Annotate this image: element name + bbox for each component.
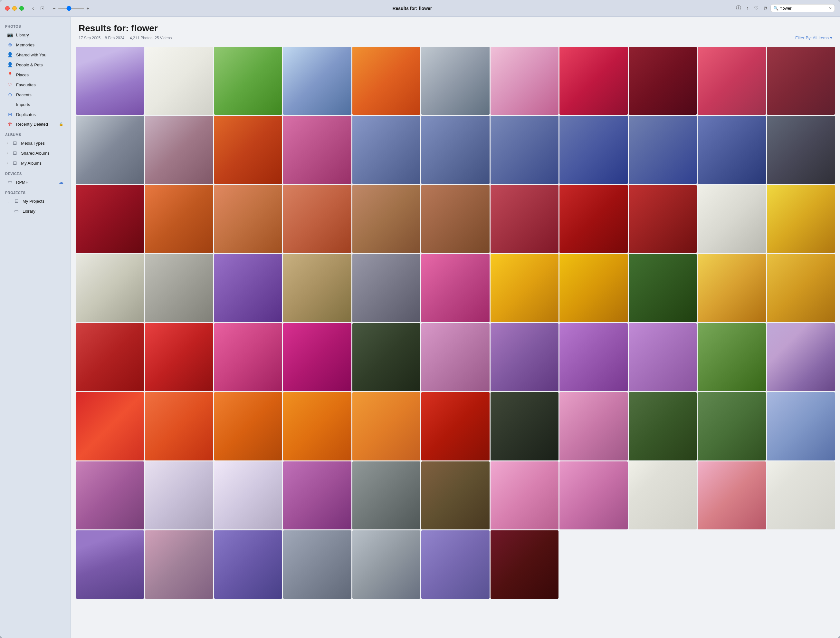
share-button[interactable]: ↑: [744, 4, 751, 13]
photo-item[interactable]: [698, 116, 766, 184]
photo-item[interactable]: [352, 392, 420, 460]
photo-item[interactable]: [214, 392, 282, 460]
sidebar-item-library-project[interactable]: ▭ Library: [2, 206, 69, 216]
sidebar-item-rpmh[interactable]: ▭ RPMH ☁: [2, 177, 69, 187]
photo-item[interactable]: [559, 461, 627, 529]
photo-item[interactable]: [559, 47, 627, 115]
sidebar-item-duplicates[interactable]: ⊞ Duplicates: [2, 109, 69, 119]
photo-item[interactable]: [559, 392, 627, 460]
photo-item[interactable]: [698, 254, 766, 322]
photo-item[interactable]: [214, 530, 282, 598]
photo-item[interactable]: [76, 530, 144, 598]
sidebar-item-recently-deleted[interactable]: 🗑 Recently Deleted 🔒: [2, 120, 69, 129]
photo-item[interactable]: [283, 185, 351, 253]
zoom-in-button[interactable]: +: [85, 5, 90, 12]
info-button[interactable]: ⓘ: [734, 3, 743, 13]
filter-button[interactable]: Filter By: All Items ▾: [795, 35, 832, 40]
photo-item[interactable]: [629, 47, 697, 115]
photo-item[interactable]: [352, 461, 420, 529]
photo-item[interactable]: [76, 116, 144, 184]
photo-item[interactable]: [283, 323, 351, 391]
photo-item[interactable]: [214, 254, 282, 322]
photo-item[interactable]: [629, 185, 697, 253]
photo-item[interactable]: [145, 530, 213, 598]
photo-item[interactable]: [698, 323, 766, 391]
photo-item[interactable]: [145, 47, 213, 115]
photo-item[interactable]: [559, 323, 627, 391]
photo-item[interactable]: [767, 323, 835, 391]
photo-item[interactable]: [352, 254, 420, 322]
photo-item[interactable]: [767, 392, 835, 460]
photo-item[interactable]: [76, 47, 144, 115]
maximize-button[interactable]: [19, 6, 24, 11]
photo-item[interactable]: [491, 530, 559, 598]
photo-item[interactable]: [352, 47, 420, 115]
photo-item[interactable]: [629, 461, 697, 529]
photo-item[interactable]: [283, 530, 351, 598]
sidebar-item-my-albums[interactable]: › ⊟ My Albums: [2, 158, 69, 168]
photo-item[interactable]: [629, 254, 697, 322]
search-input[interactable]: flower: [780, 6, 827, 11]
photo-item[interactable]: [214, 116, 282, 184]
photo-item[interactable]: [421, 116, 489, 184]
photo-item[interactable]: [145, 461, 213, 529]
sidebar-item-memories[interactable]: ⊚ Memories: [2, 40, 69, 50]
photo-item[interactable]: [145, 323, 213, 391]
photo-item[interactable]: [352, 323, 420, 391]
zoom-slider[interactable]: [58, 8, 84, 9]
photo-item[interactable]: [698, 461, 766, 529]
photo-item[interactable]: [559, 185, 627, 253]
photo-item[interactable]: [767, 461, 835, 529]
sidebar-item-media-types[interactable]: › ⊟ Media Types: [2, 138, 69, 148]
photo-item[interactable]: [145, 116, 213, 184]
photo-item[interactable]: [283, 116, 351, 184]
sidebar-item-favourites[interactable]: ♡ Favourites: [2, 80, 69, 90]
sidebar-item-imports[interactable]: ↓ Imports: [2, 100, 69, 109]
sidebar-item-shared-with-you[interactable]: 👤 Shared with You: [2, 50, 69, 60]
photo-item[interactable]: [767, 116, 835, 184]
back-button[interactable]: ‹: [30, 4, 36, 13]
photo-item[interactable]: [698, 47, 766, 115]
photo-item[interactable]: [629, 116, 697, 184]
photo-item[interactable]: [283, 461, 351, 529]
photo-item[interactable]: [214, 185, 282, 253]
photo-item[interactable]: [76, 323, 144, 391]
sidebar-item-shared-albums[interactable]: › ⊟ Shared Albums: [2, 148, 69, 158]
photo-item[interactable]: [421, 530, 489, 598]
photo-item[interactable]: [698, 185, 766, 253]
photo-item[interactable]: [421, 185, 489, 253]
photo-item[interactable]: [559, 116, 627, 184]
photo-item[interactable]: [145, 392, 213, 460]
photo-item[interactable]: [214, 47, 282, 115]
photo-item[interactable]: [491, 254, 559, 322]
zoom-out-button[interactable]: −: [52, 5, 57, 12]
photo-item[interactable]: [559, 254, 627, 322]
favourite-button[interactable]: ♡: [752, 4, 761, 13]
photo-item[interactable]: [767, 185, 835, 253]
photo-item[interactable]: [283, 392, 351, 460]
photo-item[interactable]: [421, 323, 489, 391]
sidebar-item-recents[interactable]: ⊙ Recents: [2, 90, 69, 100]
photo-item[interactable]: [629, 392, 697, 460]
search-clear-button[interactable]: ✕: [829, 6, 832, 11]
photo-item[interactable]: [421, 392, 489, 460]
minimize-button[interactable]: [12, 6, 17, 11]
photo-item[interactable]: [767, 254, 835, 322]
view-mode-button[interactable]: ⊡: [38, 4, 46, 13]
photo-item[interactable]: [76, 185, 144, 253]
photo-item[interactable]: [145, 185, 213, 253]
photo-item[interactable]: [283, 254, 351, 322]
photo-item[interactable]: [491, 392, 559, 460]
photo-item[interactable]: [629, 323, 697, 391]
photo-item[interactable]: [145, 254, 213, 322]
photo-item[interactable]: [283, 47, 351, 115]
photo-item[interactable]: [491, 47, 559, 115]
photo-item[interactable]: [421, 461, 489, 529]
sidebar-item-library[interactable]: 📷 Library: [2, 30, 69, 40]
photo-item[interactable]: [352, 116, 420, 184]
duplicate-button[interactable]: ⧉: [762, 4, 769, 13]
photo-item[interactable]: [421, 47, 489, 115]
photo-item[interactable]: [491, 461, 559, 529]
sidebar-item-places[interactable]: 📍 Places: [2, 70, 69, 79]
photo-item[interactable]: [214, 323, 282, 391]
